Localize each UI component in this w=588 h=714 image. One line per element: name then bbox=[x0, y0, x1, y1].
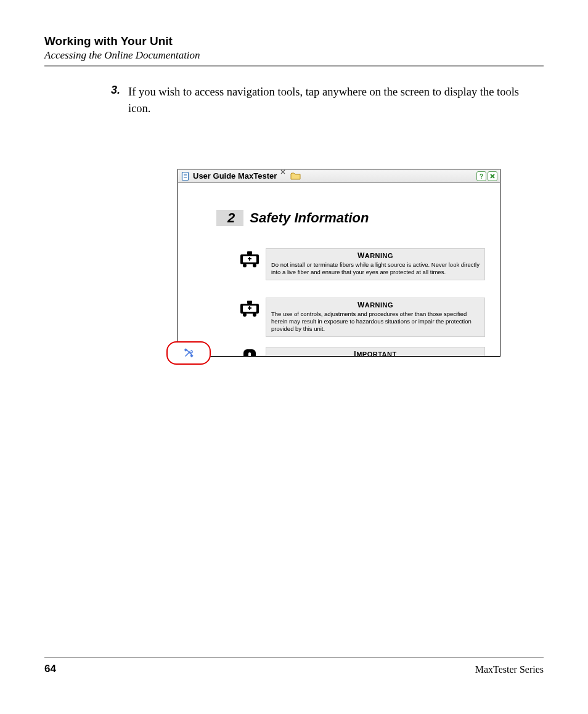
tools-icon[interactable] bbox=[182, 347, 195, 359]
svg-rect-24 bbox=[248, 352, 251, 356]
chapter-number: 2 bbox=[216, 210, 243, 226]
step-text: If you wish to access navigation tools, … bbox=[128, 84, 544, 117]
warning-box: WARNING Do not install or terminate fibe… bbox=[266, 248, 485, 280]
close-button[interactable] bbox=[488, 171, 497, 181]
section-title: Working with Your Unit bbox=[44, 34, 544, 48]
embedded-screenshot: User Guide MaxTester ? bbox=[178, 169, 500, 357]
help-button[interactable]: ? bbox=[476, 171, 486, 181]
chapter-title: Safety Information bbox=[250, 210, 369, 226]
box-heading-rest: ARNING bbox=[365, 252, 393, 259]
ambulance-icon bbox=[239, 248, 261, 280]
important-box: IMPORTANT When you see the following sym… bbox=[266, 347, 485, 356]
step-row: 3. If you wish to access navigation tool… bbox=[111, 84, 544, 117]
svg-point-14 bbox=[243, 264, 247, 267]
warning-row: WARNING The use of controls, adjustments… bbox=[239, 298, 485, 337]
warning-row: WARNING Do not install or terminate fibe… bbox=[239, 248, 485, 280]
section-subtitle: Accessing the Online Documentation bbox=[44, 49, 544, 62]
svg-rect-13 bbox=[249, 257, 250, 261]
svg-point-15 bbox=[253, 264, 256, 267]
svg-point-21 bbox=[243, 313, 247, 317]
important-row: IMPORTANT When you see the following sym… bbox=[239, 347, 485, 356]
box-heading-first: W bbox=[357, 251, 365, 260]
svg-point-22 bbox=[253, 313, 256, 317]
svg-rect-20 bbox=[249, 306, 250, 310]
document-viewer[interactable]: 2 Safety Information bbox=[178, 183, 500, 356]
series-label: MaxTester Series bbox=[475, 664, 544, 675]
box-body: The use of controls, adjustments and pro… bbox=[271, 310, 480, 333]
box-body: Do not install or terminate fibers while… bbox=[271, 261, 480, 276]
warning-box: WARNING The use of controls, adjustments… bbox=[266, 298, 485, 337]
box-heading-rest: MPORTANT bbox=[356, 351, 397, 356]
folder-icon[interactable] bbox=[290, 172, 301, 181]
document-icon bbox=[181, 171, 190, 181]
window-title: User Guide MaxTester bbox=[193, 171, 277, 181]
page-number: 64 bbox=[44, 663, 56, 675]
ambulance-icon bbox=[239, 298, 261, 337]
footer-rule bbox=[44, 657, 544, 659]
svg-rect-11 bbox=[247, 251, 252, 254]
svg-rect-18 bbox=[247, 301, 252, 304]
box-heading-rest: ARNING bbox=[365, 301, 393, 309]
box-heading-first: W bbox=[357, 301, 365, 309]
tools-icon-callout bbox=[166, 341, 211, 365]
header-rule bbox=[44, 65, 544, 67]
tab-close-icon[interactable] bbox=[280, 169, 287, 176]
exclamation-icon bbox=[239, 347, 261, 356]
window-titlebar: User Guide MaxTester ? bbox=[178, 169, 500, 183]
svg-text:?: ? bbox=[480, 173, 483, 179]
step-number: 3. bbox=[111, 84, 128, 97]
